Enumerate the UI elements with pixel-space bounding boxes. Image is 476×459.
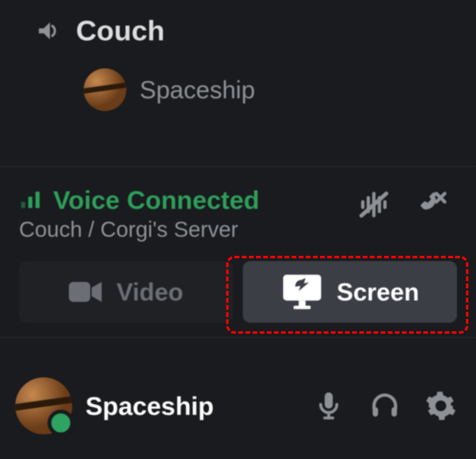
svg-rect-14: [294, 306, 311, 309]
svg-rect-1: [29, 197, 33, 208]
svg-rect-2: [36, 192, 40, 208]
screen-button-label: Screen: [337, 278, 419, 306]
svg-rect-19: [391, 407, 397, 417]
voice-status-title: Voice Connected: [53, 185, 259, 215]
voice-channel-couch[interactable]: Couch: [35, 14, 476, 47]
screen-share-icon: [281, 273, 324, 311]
user-panel: Spaceship: [0, 337, 476, 456]
member-name: Spaceship: [140, 75, 255, 104]
deafen-icon[interactable]: [369, 390, 401, 422]
mute-mic-icon[interactable]: [313, 390, 345, 422]
voice-status-sub: Couch / Corgi's Server: [19, 216, 259, 242]
disconnect-icon[interactable]: [414, 188, 447, 221]
svg-rect-11: [69, 282, 90, 302]
svg-rect-18: [373, 407, 378, 417]
user-area[interactable]: Spaceship: [15, 377, 214, 434]
settings-gear-icon[interactable]: [425, 390, 457, 422]
voice-connection-panel: Voice Connected Couch / Corgi's Server: [0, 166, 476, 337]
svg-rect-13: [298, 300, 305, 306]
signal-icon: [19, 187, 44, 212]
svg-rect-15: [325, 393, 333, 409]
video-button-label: Video: [116, 278, 183, 306]
speaker-icon: [35, 16, 65, 46]
avatar: [15, 377, 72, 434]
camera-icon: [69, 278, 103, 306]
online-status-icon: [48, 410, 74, 436]
svg-rect-0: [21, 202, 25, 208]
noise-suppression-icon[interactable]: [357, 188, 390, 221]
voice-status[interactable]: Voice Connected: [19, 185, 259, 215]
voice-channel-member[interactable]: Spaceship: [84, 68, 476, 111]
screen-share-button[interactable]: Screen: [243, 261, 457, 323]
video-button[interactable]: Video: [19, 261, 233, 323]
voice-channel-list: Couch Spaceship: [0, 0, 476, 166]
username: Spaceship: [86, 391, 214, 421]
channel-name: Couch: [76, 14, 165, 47]
avatar: [84, 68, 126, 111]
